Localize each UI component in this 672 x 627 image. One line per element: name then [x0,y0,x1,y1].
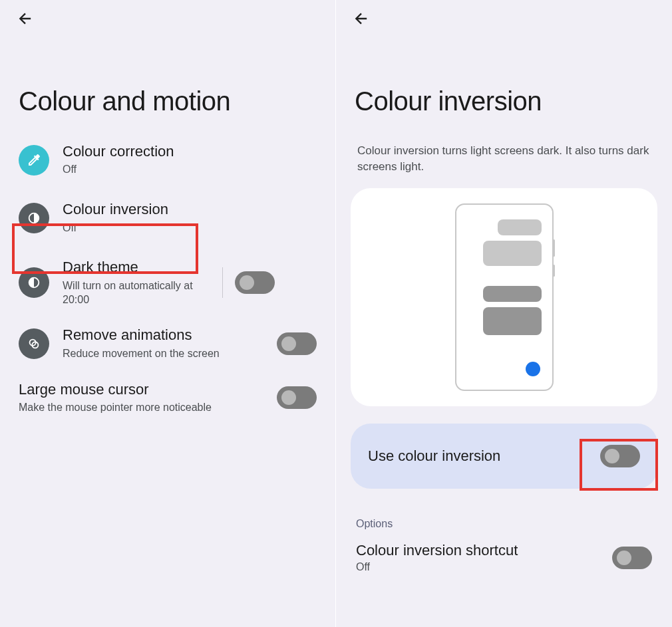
remove-animations-title: Remove animations [63,326,263,344]
options-section-label: Options [336,489,672,542]
settings-list: Colour correction Off Colour inversion O… [0,143,335,415]
remove-animations-sub: Reduce movement on the screen [63,347,263,361]
dark-theme-status: Will turn on automatically at 20:00 [63,279,209,307]
dark-theme-toggle[interactable] [235,271,275,294]
dark-theme-item[interactable]: Dark theme Will turn on automatically at… [19,259,317,307]
remove-animations-toggle[interactable] [277,332,317,355]
phone-mockup [455,203,554,391]
shortcut-status: Off [356,561,518,574]
contrast-icon [19,203,49,233]
colour-inversion-title: Colour inversion [63,201,317,218]
page-description: Colour inversion turns light screens dar… [336,143,672,188]
colour-inversion-panel: Colour inversion Colour inversion turns … [336,0,672,627]
page-title: Colour inversion [336,0,672,143]
large-cursor-item[interactable]: Large mouse cursor Make the mouse pointe… [0,381,317,415]
page-title: Colour and motion [0,0,335,143]
use-colour-inversion-toggle[interactable] [600,445,640,467]
use-colour-inversion-card[interactable]: Use colour inversion [351,424,657,489]
large-cursor-title: Large mouse cursor [19,381,277,398]
preview-card [351,188,657,406]
remove-animations-item[interactable]: Remove animations Reduce movement on the… [19,326,317,360]
eyedropper-icon [19,145,49,176]
colour-inversion-item[interactable]: Colour inversion Off [19,197,317,239]
animations-icon [19,328,49,359]
large-cursor-sub: Make the mouse pointer more noticeable [19,401,277,415]
colour-inversion-shortcut-item[interactable]: Colour inversion shortcut Off [336,542,672,574]
back-button[interactable] [352,9,371,28]
back-arrow-icon [352,9,371,28]
colour-correction-item[interactable]: Colour correction Off [19,143,317,177]
dark-theme-icon [19,267,49,298]
colour-correction-status: Off [63,163,317,177]
colour-inversion-status: Off [63,221,317,235]
large-cursor-toggle[interactable] [277,386,317,409]
dark-theme-title: Dark theme [63,259,209,276]
use-colour-inversion-label: Use colour inversion [368,447,500,465]
back-arrow-icon [16,9,35,28]
divider [222,267,223,298]
colour-correction-title: Colour correction [63,143,317,160]
back-button[interactable] [16,9,35,28]
shortcut-toggle[interactable] [612,547,652,569]
colour-and-motion-panel: Colour and motion Colour correction Off … [0,0,336,627]
shortcut-title: Colour inversion shortcut [356,542,518,559]
